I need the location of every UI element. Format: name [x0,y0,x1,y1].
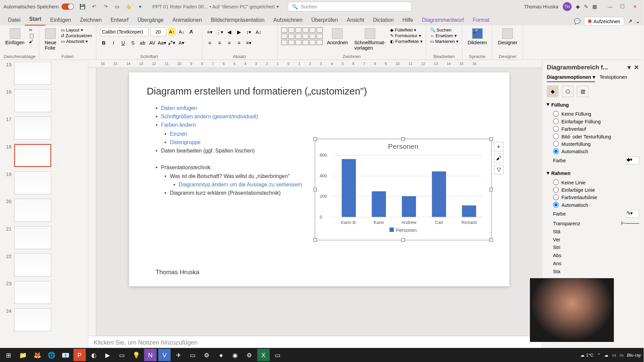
italic-button[interactable]: I [109,39,117,47]
app8-icon[interactable]: ▭ [271,349,284,361]
redo-icon[interactable]: ↷ [102,3,109,10]
effects-icon[interactable]: ⬠ [562,86,573,97]
thumbnail-slide-22[interactable]: 22 [4,254,85,277]
strikethrough-button[interactable]: S [129,39,137,47]
weather-widget[interactable]: ☁ 1°C [580,353,593,357]
outlook-icon[interactable]: 📧 [59,349,72,361]
tab-aufzeichnen[interactable]: Aufzeichnen [269,14,307,25]
autosave-toggle[interactable]: Automatisches Speichern [4,4,74,10]
fill-line-icon[interactable]: ◆ [547,86,558,97]
dictate-button[interactable]: 🎤Diktieren [466,27,489,46]
excel-icon[interactable]: X [257,349,270,361]
tray-icon[interactable]: ▭ [612,353,616,357]
pattern-fill-radio[interactable]: Musterfüllung [547,140,639,147]
chart-legend[interactable]: Personen [315,228,491,233]
comments-icon[interactable]: 💬 [574,18,581,24]
minimize-button[interactable]: — [605,2,615,11]
firefox-icon[interactable]: 🦊 [31,349,43,361]
chart-title[interactable]: Personen [315,143,491,151]
replace-button[interactable]: ↔ Ersetzen ▾ [430,33,459,38]
tab-bildschirmpraesentation[interactable]: Bildschirmpräsentation [206,14,269,25]
search-input[interactable]: 🔍 Suchen [288,2,412,11]
thumbnail-slide-15[interactable]: 15 [4,62,85,85]
select-button[interactable]: ▭ Markieren ▾ [430,39,459,44]
chart-bar[interactable] [432,172,446,217]
solid-line-radio[interactable]: Einfarbige Linie [547,186,639,193]
arrange-button[interactable]: Anordnen [325,27,350,46]
case-button[interactable]: Aa▾ [158,39,166,47]
maximize-button[interactable]: ☐ [617,2,628,11]
fill-section-header[interactable]: ▾ Füllung [547,102,639,107]
reset-button[interactable]: ↺ Zurücksetzen [61,33,92,38]
thumbnail-slide-20[interactable]: 20 [4,199,85,222]
highlight-color-button[interactable]: 🖍▾ [168,39,176,47]
format-painter-button[interactable]: 🖌 [29,39,34,44]
undo-icon[interactable]: ↶ [91,3,98,10]
chrome-icon[interactable]: 🌐 [45,349,57,361]
telegram-icon[interactable]: ✈ [172,349,185,361]
no-fill-radio[interactable]: Keine Füllung [547,110,639,117]
taskbar[interactable]: ⊞ 📁 🦊 🌐 📧 P ◐ ▶ ▭ 💡 N V ✈ ▭ ⚙ ● ◉ ⚙ X ▭ … [0,348,644,362]
indent-increase-button[interactable]: ▶ [235,28,243,36]
shadow-button[interactable]: ab [139,39,147,47]
chart-bar[interactable] [402,196,416,217]
save-icon[interactable]: 💾 [79,3,86,10]
align-center-button[interactable]: ≡ [216,39,224,47]
align-right-button[interactable]: ≡ [225,39,233,47]
line-color-picker[interactable]: ✎▾ [626,210,639,218]
file-explorer-icon[interactable]: 📁 [17,349,29,361]
cut-button[interactable]: ✂ [29,27,34,32]
bluray-icon[interactable]: Blu-ray [627,353,641,357]
justify-button[interactable]: ≡ [235,39,243,47]
line-spacing-button[interactable]: ↕▾ [245,28,253,36]
user-avatar[interactable]: TH [563,2,572,11]
thumbnail-slide-24[interactable]: 24 [4,308,85,331]
shapes-gallery[interactable] [281,27,323,45]
columns-button[interactable]: ≡▾ [245,39,253,47]
record-button[interactable]: Aufzeichnen [584,17,624,25]
font-size-input[interactable]: 20 [150,27,166,36]
clear-format-button[interactable]: A̸ [187,28,195,36]
qat-more-icon[interactable]: ▾ [137,3,144,10]
chart-object[interactable]: Personen 6004002000Karin B.KarinAndrewCa… [315,139,491,240]
tab-start[interactable]: Start [25,13,46,26]
bullets-button[interactable]: ≡▾ [206,28,214,36]
chart-filters-button[interactable]: ▽ [494,165,503,175]
tab-datei[interactable]: Datei [4,14,25,25]
chart-bar[interactable] [372,191,386,217]
shape-outline-button[interactable]: ✎ Formkontur ▾ [390,33,422,38]
chart-options-tab[interactable]: Diagrammoptionen ▾ [547,74,595,82]
layout-button[interactable]: ▭ Layout ▾ [61,27,92,32]
settings-icon[interactable]: ⚙ [243,349,256,361]
app6-icon[interactable]: ● [215,349,227,361]
no-line-radio[interactable]: Keine Linie [547,178,639,186]
tray-chevron-icon[interactable]: ⌃ [597,353,601,357]
auto-fill-radio[interactable]: Automatisch [547,147,639,155]
format-pane-dropdown-icon[interactable]: ▾ [628,64,631,71]
format-pane-close-icon[interactable]: ✕ [634,64,639,71]
picture-fill-radio[interactable]: Bild- oder Texturfüllung [547,132,639,140]
app5-icon[interactable]: ▭ [186,349,199,361]
user-name[interactable]: Thomas Hruska [524,4,558,9]
numbering-button[interactable]: ⋮▾ [216,28,224,36]
spacing-button[interactable]: AV [148,39,156,47]
quickformat-button[interactable]: Schnellformat- vorlagen [353,27,387,51]
paste-button[interactable]: Einfügen [4,27,26,46]
tab-ansicht[interactable]: Ansicht [342,14,369,25]
thumbnail-slide-19[interactable]: 19 [4,171,85,194]
shape-effects-button[interactable]: ◐ Formeffekte ▾ [390,39,422,44]
powerpoint-icon[interactable]: P [73,349,86,361]
start-button[interactable]: ⊞ [3,349,15,361]
tab-uebergaenge[interactable]: Übergänge [133,14,168,25]
tab-zeichnen[interactable]: Zeichnen [75,14,106,25]
gradient-fill-radio[interactable]: Farbverlauf [547,125,639,132]
window-icon[interactable]: ▦ [592,4,597,9]
share-icon[interactable]: ↗ [628,18,632,24]
chart-plot-area[interactable]: 6004002000Karin B.KarinAndrewCarlRichard [333,155,482,217]
align-left-button[interactable]: ≡ [206,39,214,47]
new-slide-button[interactable]: Neue Folie [43,27,58,51]
thumbnail-slide-16[interactable]: 16 [4,89,85,112]
collapse-ribbon-icon[interactable]: ⌄ [636,18,640,24]
tab-animationen[interactable]: Animationen [168,14,206,25]
document-title[interactable]: PPT 01 Roter Faden 00... • Auf "diesem P… [152,4,279,9]
